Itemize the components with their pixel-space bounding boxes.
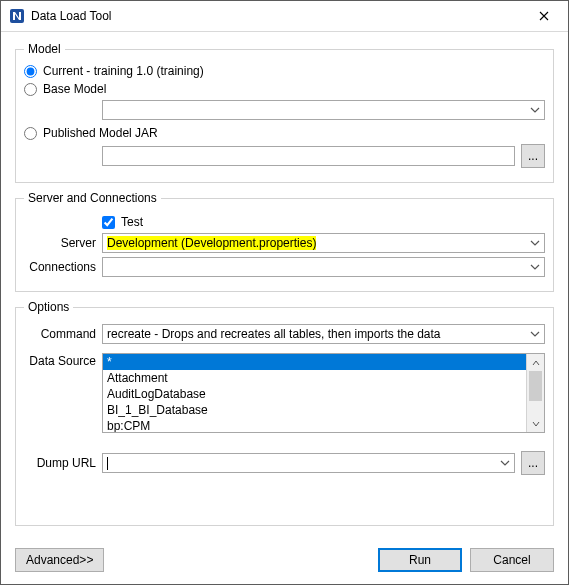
- dialog-footer: Advanced>> Run Cancel: [1, 542, 568, 584]
- model-group: Model Current - training 1.0 (training) …: [15, 42, 554, 183]
- chevron-down-icon: [529, 237, 541, 249]
- title-bar: Data Load Tool: [1, 1, 568, 32]
- text-caret: [107, 457, 108, 470]
- dialog-window: Data Load Tool Model Current - training …: [0, 0, 569, 585]
- browse-dumpurl-button[interactable]: ...: [521, 451, 545, 475]
- chevron-down-icon: [529, 328, 541, 340]
- cancel-button[interactable]: Cancel: [470, 548, 554, 572]
- app-icon: [9, 8, 25, 24]
- dumpurl-label: Dump URL: [24, 456, 102, 470]
- server-label: Server: [24, 236, 102, 250]
- connections-label: Connections: [24, 260, 102, 274]
- close-icon: [539, 11, 549, 21]
- browse-jar-button[interactable]: ...: [521, 144, 545, 168]
- scroll-thumb[interactable]: [529, 371, 542, 401]
- chevron-down-icon: [499, 457, 511, 469]
- run-button[interactable]: Run: [378, 548, 462, 572]
- chevron-down-icon: [529, 104, 541, 116]
- chevron-down-icon: [529, 261, 541, 273]
- radio-current-model[interactable]: [24, 65, 37, 78]
- advanced-button[interactable]: Advanced>>: [15, 548, 104, 572]
- list-item[interactable]: *: [103, 354, 526, 370]
- scroll-up-button[interactable]: [527, 354, 544, 371]
- dumpurl-combo[interactable]: [102, 453, 515, 473]
- server-value: Development (Development.properties): [107, 236, 316, 250]
- datasource-label: Data Source: [24, 352, 102, 368]
- command-value: recreate - Drops and recreates all table…: [107, 327, 441, 341]
- scroll-track[interactable]: [527, 371, 544, 415]
- test-checkbox[interactable]: [102, 216, 115, 229]
- radio-current-model-label: Current - training 1.0 (training): [43, 64, 204, 78]
- command-label: Command: [24, 327, 102, 341]
- connections-combo[interactable]: [102, 257, 545, 277]
- server-combo[interactable]: Development (Development.properties): [102, 233, 545, 253]
- scrollbar[interactable]: [526, 354, 544, 432]
- list-item[interactable]: Attachment: [103, 370, 526, 386]
- scroll-down-button[interactable]: [527, 415, 544, 432]
- ellipsis-icon: ...: [528, 456, 538, 470]
- base-model-combo[interactable]: [102, 100, 545, 120]
- list-item[interactable]: BI_1_BI_Database: [103, 402, 526, 418]
- datasource-items: * Attachment AuditLogDatabase BI_1_BI_Da…: [103, 354, 526, 432]
- test-checkbox-label: Test: [121, 215, 143, 229]
- radio-published-jar-label: Published Model JAR: [43, 126, 158, 140]
- options-group: Options Command recreate - Drops and rec…: [15, 300, 554, 526]
- options-legend: Options: [24, 300, 73, 314]
- server-connections-group: Server and Connections Test Server Devel…: [15, 191, 554, 292]
- dialog-body: Model Current - training 1.0 (training) …: [1, 32, 568, 542]
- published-jar-input[interactable]: [102, 146, 515, 166]
- list-item[interactable]: bp:CPM: [103, 418, 526, 432]
- window-title: Data Load Tool: [31, 9, 524, 23]
- radio-base-model[interactable]: [24, 83, 37, 96]
- datasource-listbox[interactable]: * Attachment AuditLogDatabase BI_1_BI_Da…: [102, 353, 545, 433]
- list-item[interactable]: AuditLogDatabase: [103, 386, 526, 402]
- close-button[interactable]: [524, 2, 564, 30]
- ellipsis-icon: ...: [528, 149, 538, 163]
- command-combo[interactable]: recreate - Drops and recreates all table…: [102, 324, 545, 344]
- radio-base-model-label: Base Model: [43, 82, 106, 96]
- server-connections-legend: Server and Connections: [24, 191, 161, 205]
- model-legend: Model: [24, 42, 65, 56]
- radio-published-jar[interactable]: [24, 127, 37, 140]
